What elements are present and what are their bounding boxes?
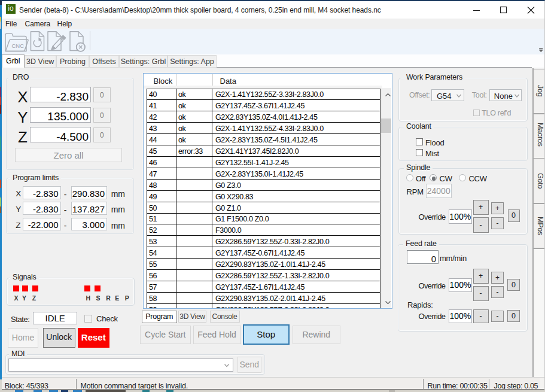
svg-text:CNC: CNC [12, 42, 25, 49]
